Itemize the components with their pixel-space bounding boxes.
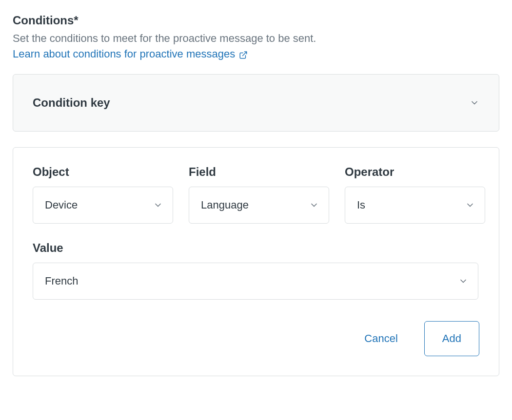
object-select[interactable]: Device (33, 187, 173, 224)
external-link-icon (239, 50, 248, 58)
value-label: Value (33, 241, 479, 255)
field-label: Field (189, 165, 329, 179)
value-select[interactable]: French (33, 263, 478, 300)
chevron-down-icon (470, 98, 479, 108)
chevron-down-icon (458, 276, 468, 286)
learn-conditions-link-label: Learn about conditions for proactive mes… (13, 48, 235, 60)
conditions-description: Set the conditions to meet for the proac… (13, 32, 499, 45)
operator-select[interactable]: Is (345, 187, 485, 224)
condition-form-panel: Object Device Field Language (13, 147, 499, 376)
learn-conditions-link[interactable]: Learn about conditions for proactive mes… (13, 48, 248, 60)
cancel-button[interactable]: Cancel (362, 328, 399, 349)
chevron-down-icon (153, 200, 163, 210)
field-select[interactable]: Language (189, 187, 329, 224)
svg-line-0 (243, 52, 247, 56)
conditions-heading: Conditions* (13, 14, 499, 27)
chevron-down-icon (309, 200, 319, 210)
add-button[interactable]: Add (424, 321, 479, 356)
field-select-value: Language (201, 199, 249, 211)
object-select-value: Device (45, 199, 78, 211)
operator-select-value: Is (357, 199, 365, 211)
condition-key-label: Condition key (33, 96, 110, 110)
object-label: Object (33, 165, 173, 179)
chevron-down-icon (465, 200, 475, 210)
value-select-value: French (45, 275, 78, 287)
condition-key-panel[interactable]: Condition key (13, 74, 499, 132)
operator-label: Operator (345, 165, 485, 179)
